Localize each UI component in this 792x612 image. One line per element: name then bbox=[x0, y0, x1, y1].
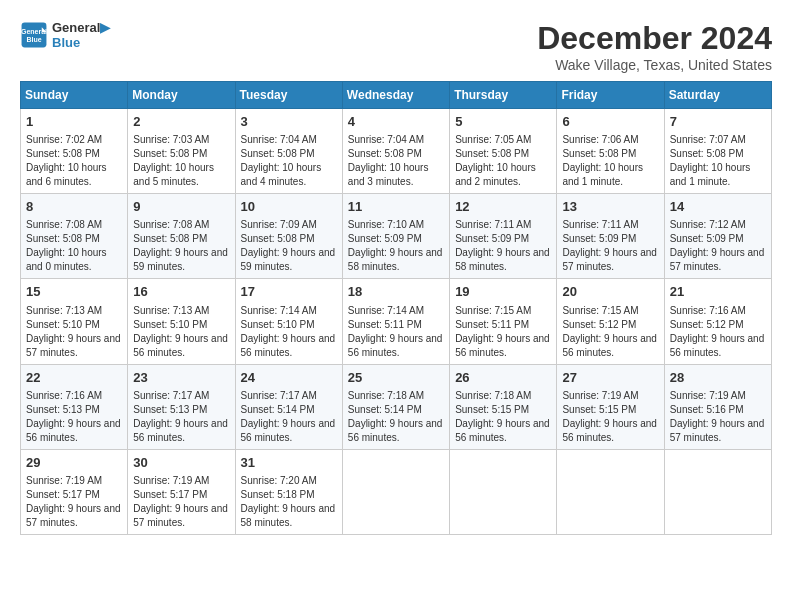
day-info: Sunrise: 7:17 AM Sunset: 5:14 PM Dayligh… bbox=[241, 389, 337, 445]
calendar-cell: 18 Sunrise: 7:14 AM Sunset: 5:11 PM Dayl… bbox=[342, 279, 449, 364]
calendar-cell bbox=[557, 449, 664, 534]
day-info: Sunrise: 7:13 AM Sunset: 5:10 PM Dayligh… bbox=[133, 304, 229, 360]
svg-text:Blue: Blue bbox=[26, 36, 41, 43]
day-info: Sunrise: 7:05 AM Sunset: 5:08 PM Dayligh… bbox=[455, 133, 551, 189]
day-number: 27 bbox=[562, 369, 658, 387]
day-header-friday: Friday bbox=[557, 82, 664, 109]
calendar-cell: 1 Sunrise: 7:02 AM Sunset: 5:08 PM Dayli… bbox=[21, 109, 128, 194]
day-number: 8 bbox=[26, 198, 122, 216]
calendar-cell bbox=[664, 449, 771, 534]
day-number: 4 bbox=[348, 113, 444, 131]
calendar-cell: 29 Sunrise: 7:19 AM Sunset: 5:17 PM Dayl… bbox=[21, 449, 128, 534]
day-number: 19 bbox=[455, 283, 551, 301]
day-number: 10 bbox=[241, 198, 337, 216]
day-number: 11 bbox=[348, 198, 444, 216]
day-number: 17 bbox=[241, 283, 337, 301]
day-info: Sunrise: 7:14 AM Sunset: 5:10 PM Dayligh… bbox=[241, 304, 337, 360]
day-number: 29 bbox=[26, 454, 122, 472]
calendar-cell: 26 Sunrise: 7:18 AM Sunset: 5:15 PM Dayl… bbox=[450, 364, 557, 449]
day-info: Sunrise: 7:11 AM Sunset: 5:09 PM Dayligh… bbox=[562, 218, 658, 274]
calendar-cell: 20 Sunrise: 7:15 AM Sunset: 5:12 PM Dayl… bbox=[557, 279, 664, 364]
day-info: Sunrise: 7:15 AM Sunset: 5:11 PM Dayligh… bbox=[455, 304, 551, 360]
calendar-cell: 16 Sunrise: 7:13 AM Sunset: 5:10 PM Dayl… bbox=[128, 279, 235, 364]
day-info: Sunrise: 7:19 AM Sunset: 5:16 PM Dayligh… bbox=[670, 389, 766, 445]
day-info: Sunrise: 7:19 AM Sunset: 5:17 PM Dayligh… bbox=[26, 474, 122, 530]
day-header-wednesday: Wednesday bbox=[342, 82, 449, 109]
location: Wake Village, Texas, United States bbox=[537, 57, 772, 73]
calendar-cell: 24 Sunrise: 7:17 AM Sunset: 5:14 PM Dayl… bbox=[235, 364, 342, 449]
day-number: 2 bbox=[133, 113, 229, 131]
day-info: Sunrise: 7:08 AM Sunset: 5:08 PM Dayligh… bbox=[26, 218, 122, 274]
calendar-cell: 8 Sunrise: 7:08 AM Sunset: 5:08 PM Dayli… bbox=[21, 194, 128, 279]
week-row-5: 29 Sunrise: 7:19 AM Sunset: 5:17 PM Dayl… bbox=[21, 449, 772, 534]
day-info: Sunrise: 7:20 AM Sunset: 5:18 PM Dayligh… bbox=[241, 474, 337, 530]
logo: General Blue General▶ Blue bbox=[20, 20, 110, 50]
day-info: Sunrise: 7:11 AM Sunset: 5:09 PM Dayligh… bbox=[455, 218, 551, 274]
day-header-sunday: Sunday bbox=[21, 82, 128, 109]
day-number: 28 bbox=[670, 369, 766, 387]
calendar-cell: 3 Sunrise: 7:04 AM Sunset: 5:08 PM Dayli… bbox=[235, 109, 342, 194]
calendar-cell bbox=[450, 449, 557, 534]
day-info: Sunrise: 7:10 AM Sunset: 5:09 PM Dayligh… bbox=[348, 218, 444, 274]
calendar-cell: 10 Sunrise: 7:09 AM Sunset: 5:08 PM Dayl… bbox=[235, 194, 342, 279]
day-number: 20 bbox=[562, 283, 658, 301]
day-number: 23 bbox=[133, 369, 229, 387]
calendar-cell: 2 Sunrise: 7:03 AM Sunset: 5:08 PM Dayli… bbox=[128, 109, 235, 194]
day-info: Sunrise: 7:16 AM Sunset: 5:12 PM Dayligh… bbox=[670, 304, 766, 360]
calendar-cell: 19 Sunrise: 7:15 AM Sunset: 5:11 PM Dayl… bbox=[450, 279, 557, 364]
day-info: Sunrise: 7:14 AM Sunset: 5:11 PM Dayligh… bbox=[348, 304, 444, 360]
day-number: 30 bbox=[133, 454, 229, 472]
header: General Blue General▶ Blue December 2024… bbox=[20, 20, 772, 73]
logo-icon: General Blue bbox=[20, 21, 48, 49]
calendar-cell: 15 Sunrise: 7:13 AM Sunset: 5:10 PM Dayl… bbox=[21, 279, 128, 364]
day-number: 7 bbox=[670, 113, 766, 131]
calendar-cell bbox=[342, 449, 449, 534]
day-number: 26 bbox=[455, 369, 551, 387]
calendar-cell: 12 Sunrise: 7:11 AM Sunset: 5:09 PM Dayl… bbox=[450, 194, 557, 279]
calendar-cell: 30 Sunrise: 7:19 AM Sunset: 5:17 PM Dayl… bbox=[128, 449, 235, 534]
day-info: Sunrise: 7:19 AM Sunset: 5:15 PM Dayligh… bbox=[562, 389, 658, 445]
calendar-cell: 6 Sunrise: 7:06 AM Sunset: 5:08 PM Dayli… bbox=[557, 109, 664, 194]
calendar-cell: 11 Sunrise: 7:10 AM Sunset: 5:09 PM Dayl… bbox=[342, 194, 449, 279]
day-info: Sunrise: 7:16 AM Sunset: 5:13 PM Dayligh… bbox=[26, 389, 122, 445]
day-number: 24 bbox=[241, 369, 337, 387]
calendar-cell: 23 Sunrise: 7:17 AM Sunset: 5:13 PM Dayl… bbox=[128, 364, 235, 449]
day-number: 14 bbox=[670, 198, 766, 216]
title-area: December 2024 Wake Village, Texas, Unite… bbox=[537, 20, 772, 73]
day-headers-row: SundayMondayTuesdayWednesdayThursdayFrid… bbox=[21, 82, 772, 109]
day-info: Sunrise: 7:02 AM Sunset: 5:08 PM Dayligh… bbox=[26, 133, 122, 189]
day-info: Sunrise: 7:04 AM Sunset: 5:08 PM Dayligh… bbox=[241, 133, 337, 189]
day-info: Sunrise: 7:04 AM Sunset: 5:08 PM Dayligh… bbox=[348, 133, 444, 189]
day-info: Sunrise: 7:13 AM Sunset: 5:10 PM Dayligh… bbox=[26, 304, 122, 360]
day-number: 21 bbox=[670, 283, 766, 301]
calendar-cell: 25 Sunrise: 7:18 AM Sunset: 5:14 PM Dayl… bbox=[342, 364, 449, 449]
day-number: 22 bbox=[26, 369, 122, 387]
day-number: 16 bbox=[133, 283, 229, 301]
day-info: Sunrise: 7:06 AM Sunset: 5:08 PM Dayligh… bbox=[562, 133, 658, 189]
day-header-tuesday: Tuesday bbox=[235, 82, 342, 109]
calendar-cell: 5 Sunrise: 7:05 AM Sunset: 5:08 PM Dayli… bbox=[450, 109, 557, 194]
calendar-cell: 21 Sunrise: 7:16 AM Sunset: 5:12 PM Dayl… bbox=[664, 279, 771, 364]
day-info: Sunrise: 7:15 AM Sunset: 5:12 PM Dayligh… bbox=[562, 304, 658, 360]
calendar-cell: 13 Sunrise: 7:11 AM Sunset: 5:09 PM Dayl… bbox=[557, 194, 664, 279]
calendar-cell: 9 Sunrise: 7:08 AM Sunset: 5:08 PM Dayli… bbox=[128, 194, 235, 279]
day-number: 1 bbox=[26, 113, 122, 131]
week-row-1: 1 Sunrise: 7:02 AM Sunset: 5:08 PM Dayli… bbox=[21, 109, 772, 194]
calendar-cell: 4 Sunrise: 7:04 AM Sunset: 5:08 PM Dayli… bbox=[342, 109, 449, 194]
day-info: Sunrise: 7:18 AM Sunset: 5:15 PM Dayligh… bbox=[455, 389, 551, 445]
month-title: December 2024 bbox=[537, 20, 772, 57]
day-info: Sunrise: 7:12 AM Sunset: 5:09 PM Dayligh… bbox=[670, 218, 766, 274]
day-header-saturday: Saturday bbox=[664, 82, 771, 109]
day-number: 9 bbox=[133, 198, 229, 216]
calendar-cell: 27 Sunrise: 7:19 AM Sunset: 5:15 PM Dayl… bbox=[557, 364, 664, 449]
day-number: 13 bbox=[562, 198, 658, 216]
day-number: 18 bbox=[348, 283, 444, 301]
week-row-2: 8 Sunrise: 7:08 AM Sunset: 5:08 PM Dayli… bbox=[21, 194, 772, 279]
calendar-cell: 22 Sunrise: 7:16 AM Sunset: 5:13 PM Dayl… bbox=[21, 364, 128, 449]
day-header-thursday: Thursday bbox=[450, 82, 557, 109]
week-row-3: 15 Sunrise: 7:13 AM Sunset: 5:10 PM Dayl… bbox=[21, 279, 772, 364]
calendar-cell: 7 Sunrise: 7:07 AM Sunset: 5:08 PM Dayli… bbox=[664, 109, 771, 194]
calendar-cell: 28 Sunrise: 7:19 AM Sunset: 5:16 PM Dayl… bbox=[664, 364, 771, 449]
calendar-cell: 31 Sunrise: 7:20 AM Sunset: 5:18 PM Dayl… bbox=[235, 449, 342, 534]
calendar-table: SundayMondayTuesdayWednesdayThursdayFrid… bbox=[20, 81, 772, 535]
